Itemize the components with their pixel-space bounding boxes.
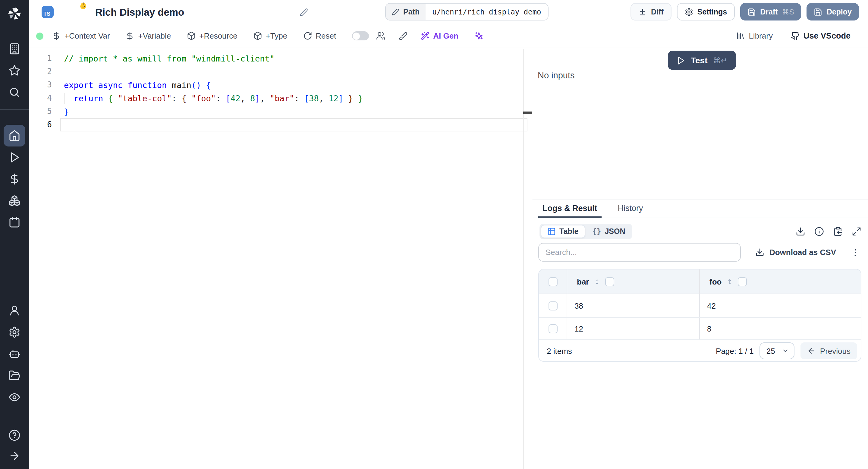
script-path: u/henri/rich_display_demo [426, 4, 548, 20]
deploy-button[interactable]: Deploy [807, 3, 859, 21]
users-icon [376, 31, 385, 40]
test-button[interactable]: Test ⌘↵ [668, 51, 736, 70]
column-toggle-checkbox[interactable] [605, 277, 614, 286]
sidebar-item-building[interactable] [4, 38, 25, 60]
reset-label: Reset [315, 31, 336, 40]
multiplayer-button[interactable] [376, 31, 385, 40]
windmill-logo[interactable] [6, 5, 23, 22]
column-toggle-checkbox[interactable] [738, 277, 747, 286]
library-button[interactable]: Library [736, 31, 773, 40]
add-resource-button[interactable]: +Resource [187, 31, 237, 40]
tab-history[interactable]: History [614, 199, 647, 218]
sidebar-item-arrow-right[interactable] [4, 445, 25, 466]
library-label: Library [749, 31, 773, 40]
ai-suggest-button[interactable] [474, 31, 483, 40]
row-checkbox[interactable] [548, 324, 557, 333]
sidebar-item-boxes[interactable] [4, 190, 25, 212]
sidebar-item-star[interactable] [4, 60, 25, 82]
no-inputs-text: No inputs [538, 70, 575, 80]
table-row[interactable]: 3842 [539, 294, 861, 318]
sidebar-item-dollar[interactable] [4, 168, 25, 190]
info-button[interactable] [812, 225, 826, 238]
eye-icon [8, 391, 21, 403]
download-csv-label: Download as CSV [770, 248, 836, 257]
settings-button[interactable]: Settings [677, 3, 735, 21]
save-icon [747, 7, 756, 16]
sort-icon[interactable] [726, 277, 733, 286]
sidebar-item-help[interactable] [4, 425, 25, 445]
line-number: 2 [29, 65, 52, 79]
clipboard-copy-button[interactable] [831, 225, 844, 238]
dollar-icon [52, 31, 61, 40]
view-table-button[interactable]: Table [541, 225, 585, 238]
download-button[interactable] [794, 225, 807, 238]
sidebar-item-home[interactable] [4, 125, 25, 147]
download-csv-button[interactable]: Download as CSV [752, 247, 840, 257]
sidebar-item-folder-open[interactable] [4, 365, 25, 386]
sidebar-item-user[interactable] [4, 300, 25, 321]
edit-summary-button[interactable] [296, 4, 312, 20]
result-view-row: Table{}JSON [539, 224, 863, 239]
diff-mode-toggle[interactable] [352, 31, 369, 40]
sidebar-item-search[interactable] [4, 82, 25, 103]
add-variable-button[interactable]: +Variable [126, 31, 171, 40]
page-size-select[interactable]: 25 [760, 342, 795, 359]
items-count: 2 items [547, 346, 572, 355]
row-checkbox[interactable] [548, 301, 557, 310]
add-type-button[interactable]: +Type [253, 31, 287, 40]
sidebar-item-play[interactable] [4, 147, 25, 168]
star-icon [8, 64, 21, 76]
add-resource-label: +Resource [199, 31, 237, 40]
toolbar-right: Library Use VScode [736, 31, 868, 40]
gear-icon [685, 7, 693, 16]
format-button[interactable] [398, 31, 407, 40]
table-footer: 2 items Page: 1 / 1 25 Previous [539, 340, 861, 362]
pager: Page: 1 / 1 25 Previous [716, 342, 857, 359]
library-icon [736, 31, 745, 40]
github-icon [791, 31, 800, 40]
column-header-foo[interactable]: foo [699, 270, 861, 293]
draft-shortcut: ⌘S [782, 7, 794, 16]
previous-page-button[interactable]: Previous [801, 342, 857, 359]
arrow-right-icon [8, 450, 21, 462]
dollar-icon [126, 31, 135, 40]
table-row[interactable]: 128 [539, 318, 861, 340]
sort-icon[interactable] [594, 277, 600, 286]
tab-logs-result[interactable]: Logs & Result [538, 199, 601, 218]
column-label: foo [710, 277, 721, 286]
table-menu-button[interactable] [849, 246, 861, 259]
save-icon [814, 7, 823, 16]
windmill-app: TS 👶 Rich Display demo Path u/henri/rich… [0, 0, 868, 469]
page-indicator: Page: 1 / 1 [716, 346, 754, 355]
kebab-icon [850, 247, 860, 257]
view-json-button[interactable]: {}JSON [586, 225, 631, 238]
panel-resize-handle[interactable] [531, 49, 532, 469]
search-icon [8, 86, 21, 98]
diff-button[interactable]: Diff [630, 3, 672, 21]
code-editor[interactable]: 123456 // import * as wmill from "windmi… [29, 49, 532, 469]
previous-label: Previous [820, 346, 850, 355]
reset-button[interactable]: Reset [303, 31, 336, 40]
script-emoji: 👶 [79, 2, 87, 10]
settings-label: Settings [698, 7, 727, 16]
sidebar-item-robot[interactable] [4, 343, 25, 365]
sidebar-item-calendar[interactable] [4, 212, 25, 233]
add-context-var-button[interactable]: +Context Var [52, 31, 110, 40]
maximize-button[interactable] [850, 225, 863, 238]
search-input[interactable] [538, 243, 741, 262]
path-button[interactable]: Path u/henri/rich_display_demo [385, 3, 548, 21]
folder-open-icon [8, 370, 21, 382]
sidebar-group-bottom [0, 425, 29, 466]
dollar-icon [8, 173, 21, 185]
use-vscode-button[interactable]: Use VScode [791, 31, 850, 40]
ai-gen-button[interactable]: AI Gen [421, 31, 458, 40]
sparkles-icon [474, 31, 483, 40]
column-header-bar[interactable]: bar [567, 270, 699, 293]
path-label-segment: Path [386, 4, 426, 20]
select-all-checkbox[interactable] [548, 277, 557, 286]
editor-code: // import * as wmill from "windmill-clie… [60, 52, 527, 131]
draft-button[interactable]: Draft ⌘S [740, 3, 801, 21]
sidebar-item-eye[interactable] [4, 386, 25, 408]
sidebar-item-settings[interactable] [4, 321, 25, 343]
diff-label: Diff [651, 7, 664, 16]
